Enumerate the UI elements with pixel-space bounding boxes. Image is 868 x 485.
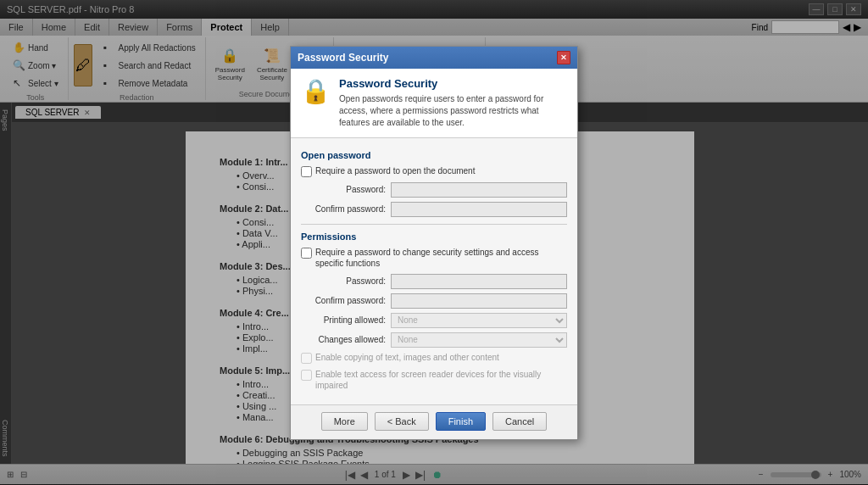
permissions-checkbox-label: Require a password to change security se…: [315, 247, 567, 269]
copy-checkbox[interactable]: [301, 353, 312, 364]
lock-icon: 🔒: [301, 77, 331, 105]
finish-button[interactable]: Finish: [436, 412, 486, 431]
dialog-overlay: Password Security ✕ 🔒 Password Security …: [0, 0, 868, 485]
printing-row: Printing allowed: None: [301, 313, 567, 328]
copy-checkbox-label: Enable copying of text, images and other…: [315, 352, 499, 363]
copy-checkbox-row: Enable copying of text, images and other…: [301, 352, 567, 364]
perm-confirm-label: Confirm password:: [301, 296, 386, 305]
cancel-button[interactable]: Cancel: [492, 412, 547, 431]
dialog-header-title: Password Security: [339, 77, 567, 90]
changes-label: Changes allowed:: [301, 335, 386, 344]
dialog-title: Password Security: [298, 52, 388, 64]
confirm-password-label: Confirm password:: [301, 204, 386, 214]
dialog-body: Open password Require a password to open…: [291, 138, 577, 404]
screen-reader-checkbox-label: Enable text access for screen reader dev…: [315, 369, 567, 391]
permissions-checkbox-row: Require a password to change security se…: [301, 247, 567, 269]
dialog-header-desc: Open passwords require users to enter a …: [339, 93, 567, 129]
printing-select[interactable]: None: [391, 313, 567, 328]
perm-password-row: Password:: [301, 274, 567, 289]
perm-confirm-row: Confirm password:: [301, 293, 567, 309]
screen-reader-checkbox-row: Enable text access for screen reader dev…: [301, 369, 567, 391]
changes-row: Changes allowed: None: [301, 332, 567, 348]
open-password-checkbox[interactable]: [301, 166, 312, 177]
perm-password-input[interactable]: [391, 274, 567, 289]
password-security-dialog: Password Security ✕ 🔒 Password Security …: [290, 46, 578, 440]
password-input[interactable]: [391, 182, 567, 198]
dialog-footer: More < Back Finish Cancel: [291, 404, 577, 439]
screen-reader-checkbox[interactable]: [301, 370, 312, 381]
permissions-checkbox[interactable]: [301, 248, 312, 259]
confirm-password-row: Confirm password:: [301, 202, 567, 217]
changes-select[interactable]: None: [391, 332, 567, 348]
open-password-section-title: Open password: [301, 150, 567, 160]
dialog-header: 🔒 Password Security Open passwords requi…: [291, 69, 577, 138]
confirm-password-input[interactable]: [391, 202, 567, 217]
perm-confirm-input[interactable]: [391, 293, 567, 309]
printing-label: Printing allowed:: [301, 315, 386, 325]
perm-password-label: Password:: [301, 276, 386, 286]
password-label: Password:: [301, 185, 386, 194]
password-row: Password:: [301, 182, 567, 198]
back-button[interactable]: < Back: [375, 412, 429, 431]
more-button[interactable]: More: [321, 412, 368, 431]
dialog-titlebar: Password Security ✕: [291, 47, 577, 69]
open-password-checkbox-row: Require a password to open the document: [301, 165, 567, 177]
dialog-close-button[interactable]: ✕: [557, 51, 570, 64]
dialog-header-text: Password Security Open passwords require…: [339, 77, 567, 129]
permissions-section-title: Permissions: [301, 231, 567, 242]
open-password-checkbox-label: Require a password to open the document: [315, 165, 475, 176]
